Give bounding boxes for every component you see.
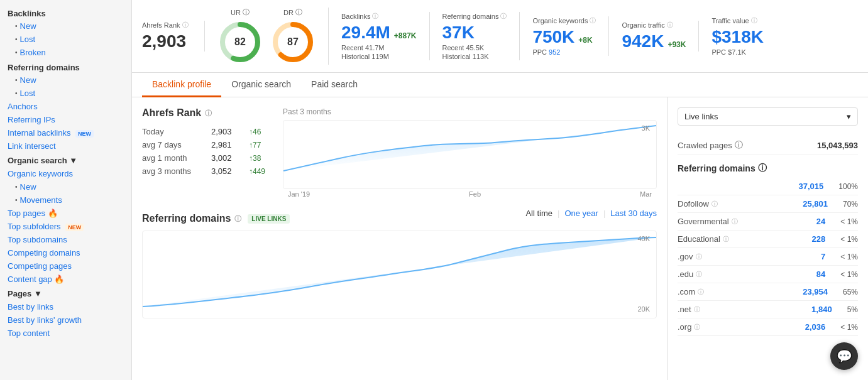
stat-backlinks-label: Backlinks ⓘ (341, 12, 417, 21)
row-info-icon[interactable]: ⓘ (696, 252, 702, 261)
stat-backlinks-value: 29.4M (341, 23, 390, 43)
sidebar-item-internal-backlinks[interactable]: Internal backlinks NEW (0, 126, 131, 139)
organic-traffic-info-icon[interactable]: ⓘ (667, 21, 673, 30)
dropdown-chevron-icon: ▾ (847, 112, 851, 121)
sidebar-item-content-gap[interactable]: Content gap 🔥 (0, 273, 131, 286)
referring-domains-chart-svg (143, 231, 656, 313)
row-info-icon[interactable]: ⓘ (698, 288, 704, 296)
live-links-dropdown[interactable]: Live links ▾ (678, 107, 858, 126)
sidebar-item-referring-domains-new[interactable]: •New (0, 73, 131, 87)
sidebar-item-organic-keywords-new[interactable]: •New (0, 180, 131, 193)
sidebar-item-best-by-links[interactable]: Best by links (0, 300, 131, 313)
referring-domains-section: Referring domains ⓘ LIVE LINKS All time … (142, 213, 657, 318)
dr-value: 87 (287, 36, 299, 48)
stat-backlinks-delta: +887K (394, 31, 417, 40)
stat-ahrefs-rank: Ahrefs Rank ⓘ 2,903 (142, 21, 205, 52)
sidebar-item-top-subdomains[interactable]: Top subdomains (0, 233, 131, 246)
ahrefs-rank-section: Ahrefs Rank ⓘ Today 2,903 ↑46 avg 7 days… (142, 107, 657, 198)
referring-domains-info-icon[interactable]: ⓘ (234, 214, 241, 224)
sidebar-group-backlinks: Backlinks (0, 5, 131, 19)
time-filters: All time | One year | Last 30 days (525, 209, 657, 218)
filter-one-year[interactable]: One year (564, 209, 598, 218)
tab-backlink-profile[interactable]: Backlink profile (142, 73, 221, 97)
stat-traffic-value-value: $318K (711, 28, 764, 47)
referring-domains-chart: 40K 20K (142, 231, 657, 318)
ahrefs-rank-chart-title: Ahrefs Rank ⓘ (142, 107, 268, 119)
sidebar-item-anchors[interactable]: Anchors (0, 100, 131, 113)
sidebar-item-backlinks-new[interactable]: •New (0, 19, 131, 33)
sidebar-item-top-subfolders[interactable]: Top subfolders NEW (0, 220, 131, 233)
main-content: Ahrefs Rank ⓘ 2,903 UR ⓘ 82 (132, 0, 868, 380)
stat-ur: UR ⓘ 82 (217, 8, 263, 65)
ur-value: 82 (234, 36, 246, 48)
sidebar-group-pages[interactable]: Pages ▼ (0, 286, 131, 300)
dr-info-icon[interactable]: ⓘ (295, 8, 302, 17)
chat-bubble[interactable]: 💬 (830, 342, 858, 370)
right-panel: Live links ▾ Crawled pages ⓘ 15,043,593 … (667, 97, 868, 380)
sidebar-item-top-content[interactable]: Top content (0, 327, 131, 340)
rank-row-3months: avg 3 months 3,052 ↑449 (142, 165, 268, 178)
tab-organic-search[interactable]: Organic search (221, 73, 301, 97)
rd-row: Educational ⓘ 228 < 1% (678, 231, 858, 248)
crawled-pages-value: 15,043,593 (817, 141, 858, 150)
stat-organic-keywords-ppc: PPC 952 (532, 48, 596, 56)
row-info-icon[interactable]: ⓘ (732, 217, 738, 226)
sidebar-item-link-intersect[interactable]: Link intersect (0, 139, 131, 153)
rd-total-row: 37,015 100% (678, 178, 858, 195)
sidebar-item-organic-keywords-movements[interactable]: •Movements (0, 193, 131, 207)
sidebar-item-organic-keywords[interactable]: Organic keywords (0, 167, 131, 180)
dr-donut: 87 (270, 19, 316, 65)
referring-domains-info-icon[interactable]: ⓘ (500, 12, 507, 21)
rd-panel-info-icon[interactable]: ⓘ (758, 163, 767, 174)
filter-last-30-days[interactable]: Last 30 days (610, 209, 657, 218)
referring-domains-panel-title: Referring domains ⓘ (678, 163, 858, 174)
sidebar-item-referring-domains-lost[interactable]: •Lost (0, 87, 131, 100)
stat-backlinks: Backlinks ⓘ 29.4M +887K Recent 41.7M His… (329, 12, 430, 60)
rd-row: .gov ⓘ 7 < 1% (678, 248, 858, 266)
crawled-pages-info-icon[interactable]: ⓘ (735, 139, 743, 151)
rd-row: Dofollow ⓘ 25,801 70% (678, 195, 858, 213)
backlinks-info-icon[interactable]: ⓘ (372, 12, 378, 21)
charts-area: Ahrefs Rank ⓘ Today 2,903 ↑46 avg 7 days… (132, 97, 667, 380)
row-info-icon[interactable]: ⓘ (694, 323, 700, 332)
filter-all-time[interactable]: All time (525, 209, 552, 218)
traffic-value-info-icon[interactable]: ⓘ (751, 16, 757, 25)
rank-row-7days: avg 7 days 2,981 ↑77 (142, 138, 268, 151)
stat-backlinks-recent: Recent 41.7M (341, 44, 417, 52)
sidebar-item-backlinks-lost[interactable]: •Lost (0, 33, 131, 46)
sidebar-item-best-by-links-growth[interactable]: Best by links' growth (0, 313, 131, 327)
stat-ahrefs-rank-value: 2,903 (142, 32, 192, 52)
sidebar-item-competing-domains[interactable]: Competing domains (0, 246, 131, 259)
stat-dr: DR ⓘ 87 (270, 8, 316, 65)
row-info-icon[interactable]: ⓘ (696, 270, 702, 279)
crawled-pages-row: Crawled pages ⓘ 15,043,593 (678, 136, 858, 155)
stat-organic-traffic-label: Organic traffic ⓘ (622, 21, 686, 30)
stat-referring-domains-label: Referring domains ⓘ (442, 12, 507, 21)
rank-chart-y-top: 3K (642, 124, 650, 132)
row-info-icon[interactable]: ⓘ (694, 305, 700, 314)
sidebar-item-competing-pages[interactable]: Competing pages (0, 259, 131, 273)
referring-domains-chart-title: Referring domains ⓘ LIVE LINKS (142, 213, 290, 224)
sidebar-group-referring-domains: Referring domains (0, 59, 131, 73)
sidebar-group-organic-search[interactable]: Organic search ▼ (0, 153, 131, 167)
stat-dr-label: DR ⓘ (283, 8, 302, 17)
organic-keywords-info-icon[interactable]: ⓘ (590, 16, 596, 25)
ahrefs-rank-chart-wrapper: Past 3 months 3K (283, 107, 657, 198)
sidebar-item-top-pages[interactable]: Top pages 🔥 (0, 207, 131, 220)
sidebar-section-referring-domains: Referring domains •New •Lost (0, 59, 131, 100)
row-info-icon[interactable]: ⓘ (711, 200, 718, 209)
crawled-pages-label: Crawled pages ⓘ (678, 139, 743, 151)
rank-chart-info-icon[interactable]: ⓘ (205, 109, 212, 118)
stat-referring-domains: Referring domains ⓘ 37K Recent 45.5K His… (430, 12, 520, 60)
sidebar-item-referring-ips[interactable]: Referring IPs (0, 113, 131, 126)
sidebar-item-backlinks-broken[interactable]: •Broken (0, 46, 131, 59)
tab-paid-search[interactable]: Paid search (301, 73, 368, 97)
rank-row-1month: avg 1 month 3,002 ↑38 (142, 151, 268, 165)
live-links-badge: LIVE LINKS (248, 214, 290, 224)
ahrefs-rank-info-icon[interactable]: ⓘ (182, 21, 189, 30)
ur-info-icon[interactable]: ⓘ (243, 8, 250, 17)
row-info-icon[interactable]: ⓘ (723, 235, 729, 244)
stat-organic-keywords-delta: +8K (578, 36, 592, 45)
rd-row: .com ⓘ 23,954 65% (678, 283, 858, 301)
rank-chart: 3K (283, 120, 657, 189)
